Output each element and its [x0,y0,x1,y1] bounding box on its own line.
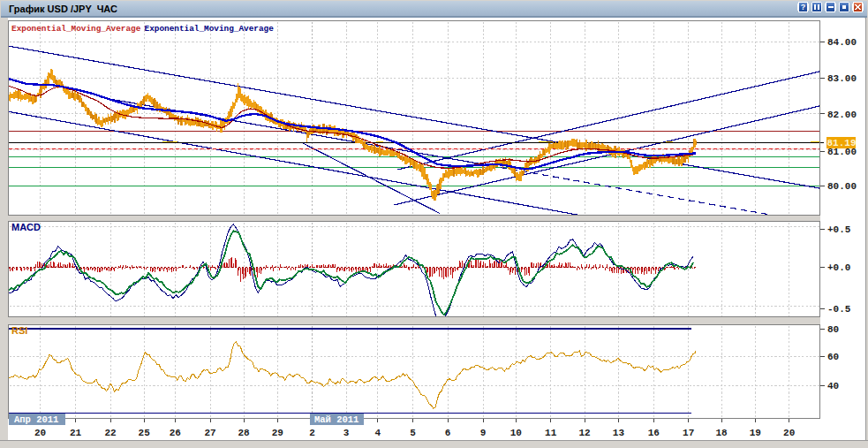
svg-text:9: 9 [480,428,487,438]
svg-text:RSI: RSI [11,325,27,336]
svg-text:21: 21 [70,428,82,438]
svg-text:20: 20 [34,428,46,438]
svg-text:Exponential_Moving_Average: Exponential_Moving_Average [145,24,275,34]
svg-text:82.00: 82.00 [827,110,857,120]
svg-text:80.00: 80.00 [827,181,857,192]
svg-text:83.00: 83.00 [827,73,857,84]
svg-text:2: 2 [309,428,315,438]
svg-text:20: 20 [783,428,795,438]
svg-text:Exponential_Moving_Average: Exponential_Moving_Average [11,24,141,34]
svg-text:?: ? [801,3,806,11]
svg-text:40: 40 [827,381,839,391]
svg-text:4: 4 [375,428,381,438]
svg-text:11: 11 [545,428,557,438]
svg-text:60: 60 [827,352,839,362]
svg-text:28: 28 [238,428,250,438]
svg-text:19: 19 [750,428,761,438]
svg-text:25: 25 [139,428,151,438]
svg-text:MACD: MACD [11,222,41,232]
svg-text:График USD /JPY ЧАС: График USD /JPY ЧАС [9,4,117,14]
svg-text:13: 13 [613,428,625,438]
svg-text:Апр 2011: Апр 2011 [14,414,58,425]
svg-text:84.00: 84.00 [827,37,857,48]
svg-text:12: 12 [578,428,590,438]
svg-text:17: 17 [683,428,694,438]
svg-text:81.19: 81.19 [827,138,857,148]
svg-text:10: 10 [510,428,522,438]
svg-text:+0.5: +0.5 [827,224,851,235]
svg-text:27: 27 [204,428,215,438]
svg-text:+0.0: +0.0 [827,262,850,273]
svg-text:3: 3 [343,428,350,438]
svg-text:80: 80 [827,324,839,335]
svg-text:6: 6 [445,428,451,438]
svg-text:26: 26 [170,428,181,438]
svg-text:5: 5 [410,428,416,438]
svg-text:18: 18 [715,428,728,438]
svg-text:16: 16 [648,428,660,438]
svg-text:29: 29 [272,428,283,438]
svg-text:Май 2011: Май 2011 [314,414,359,425]
svg-text:22: 22 [104,428,116,438]
svg-text:-0.5: -0.5 [827,304,851,315]
